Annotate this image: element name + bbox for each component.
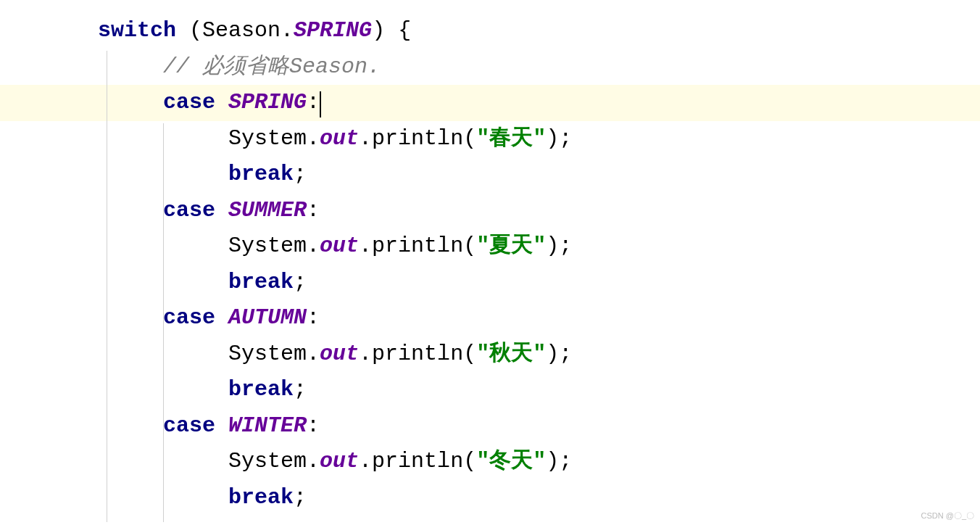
method-call: println — [372, 449, 463, 474]
enum-constant: AUTUMN — [228, 305, 307, 330]
code-line[interactable]: break; — [98, 265, 980, 301]
code-line-highlighted[interactable]: case SPRING: — [98, 85, 980, 121]
method-call: println — [372, 126, 463, 151]
keyword-break: break — [228, 485, 294, 510]
paren: ( — [463, 126, 476, 151]
dot: . — [359, 233, 372, 258]
string-literal: "秋天" — [476, 342, 546, 366]
string-literal: "冬天" — [476, 449, 546, 474]
code-line[interactable]: case SUMMER: — [98, 193, 980, 229]
static-field: out — [320, 449, 359, 474]
code-line[interactable]: // 必须省略Season. — [98, 49, 980, 86]
colon: : — [307, 90, 320, 115]
watermark: CSDN @〇_〇 — [921, 509, 974, 522]
string-literal: "夏天" — [476, 233, 546, 258]
class-name: System — [228, 342, 307, 366]
static-field: out — [320, 342, 359, 366]
semicolon: ; — [294, 485, 307, 510]
colon: : — [307, 413, 320, 438]
semicolon: ; — [294, 270, 307, 294]
static-field: out — [320, 126, 359, 151]
method-call: println — [372, 233, 463, 258]
dot: . — [359, 342, 372, 366]
dot: . — [307, 126, 320, 151]
keyword-case: case — [163, 413, 215, 438]
paren: ( — [176, 18, 202, 43]
class-name: Season — [202, 18, 281, 43]
code-line[interactable]: case WINTER: — [98, 408, 980, 445]
paren: ( — [463, 449, 476, 474]
dot: . — [281, 18, 294, 43]
code-line[interactable]: break; — [98, 480, 980, 516]
paren: ); — [546, 126, 572, 151]
code-line[interactable]: case AUTUMN: — [98, 300, 980, 336]
code-line[interactable]: break; — [98, 157, 980, 193]
paren: ); — [546, 449, 572, 474]
class-name: System — [228, 449, 307, 474]
code-line[interactable]: switch (Season.SPRING) { — [98, 13, 980, 49]
dot: . — [359, 449, 372, 474]
brace: { — [385, 18, 411, 43]
keyword-switch: switch — [98, 18, 176, 43]
code-editor[interactable]: switch (Season.SPRING) { // 必须省略Season. … — [0, 0, 980, 516]
keyword-break: break — [228, 270, 294, 294]
keyword-break: break — [228, 162, 294, 186]
semicolon: ; — [294, 162, 307, 186]
semicolon: ; — [294, 377, 307, 402]
keyword-case: case — [163, 198, 215, 223]
code-line[interactable]: System.out.println("秋天"); — [98, 336, 980, 373]
paren: ); — [546, 342, 572, 366]
paren: ( — [463, 233, 476, 258]
enum-constant: WINTER — [228, 413, 307, 438]
code-line[interactable]: System.out.println("冬天"); — [98, 444, 980, 480]
enum-constant: SPRING — [294, 18, 372, 43]
paren: ( — [463, 342, 476, 366]
class-name: System — [228, 126, 307, 151]
comment: // 必须省略Season. — [163, 54, 381, 79]
colon: : — [307, 198, 320, 223]
string-literal: "春天" — [476, 126, 546, 151]
paren: ) — [372, 18, 385, 43]
code-line[interactable]: System.out.println("夏天"); — [98, 228, 980, 265]
keyword-case: case — [163, 305, 215, 330]
keyword-break: break — [228, 377, 294, 402]
method-call: println — [372, 342, 463, 366]
code-line[interactable]: break; — [98, 372, 980, 408]
dot: . — [307, 449, 320, 474]
text-cursor — [320, 91, 321, 117]
code-line[interactable]: System.out.println("春天"); — [98, 121, 980, 157]
dot: . — [359, 126, 372, 151]
dot: . — [307, 342, 320, 366]
enum-constant: SUMMER — [228, 198, 307, 223]
keyword-case: case — [163, 90, 215, 115]
enum-constant: SPRING — [228, 90, 307, 115]
class-name: System — [228, 233, 307, 258]
paren: ); — [546, 233, 572, 258]
dot: . — [307, 233, 320, 258]
static-field: out — [320, 233, 359, 258]
colon: : — [307, 305, 320, 330]
